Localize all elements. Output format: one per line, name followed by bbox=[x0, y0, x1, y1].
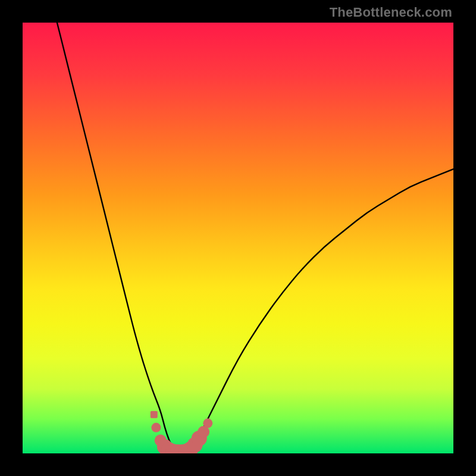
optimal-zone-outlier-dot bbox=[151, 411, 158, 418]
optimal-zone-marker bbox=[151, 411, 212, 453]
bottleneck-curve bbox=[57, 23, 453, 453]
chart-frame: TheBottleneck.com bbox=[0, 0, 476, 476]
optimal-zone-dot bbox=[203, 418, 212, 428]
watermark-text: TheBottleneck.com bbox=[330, 5, 452, 20]
optimal-zone-dot bbox=[151, 423, 161, 433]
curve-layer bbox=[23, 23, 453, 453]
plot-area bbox=[23, 23, 453, 453]
